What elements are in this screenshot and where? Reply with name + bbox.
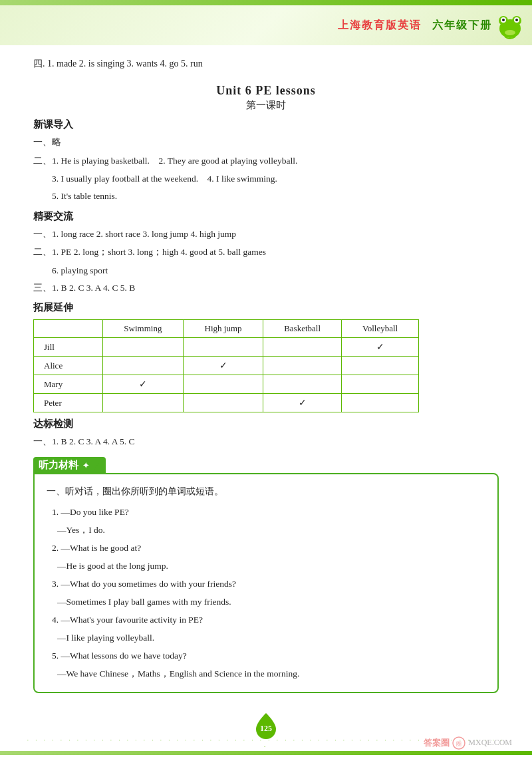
row-alice-name: Alice: [34, 357, 103, 375]
dialog-4-q: 4. —What's your favourite activity in PE…: [52, 611, 485, 629]
row-jill-volleyball: ✓: [342, 338, 419, 357]
watermark-area: 答案圈 圈 MXQE.COM: [424, 736, 512, 750]
table-row: Peter ✓: [34, 394, 419, 412]
dabiaojiance-heading: 达标检测: [33, 418, 499, 430]
row-mary-volleyball: [342, 375, 419, 394]
svg-text:圈: 圈: [456, 741, 462, 747]
row-mary-swimming: ✓: [102, 375, 183, 394]
dialog-4: 4. —What's your favourite activity in PE…: [52, 611, 485, 647]
dialog-1-a: —Yes，I do.: [57, 521, 485, 539]
dabiao-yi-text: 1. B 2. C 3. A 4. A 5. C: [52, 433, 135, 450]
xinkejiaoru-yi: 一、 略: [33, 134, 499, 151]
volume-text: 六年级下册: [432, 19, 492, 31]
footer-center: 125: [0, 718, 532, 734]
row-jill-name: Jill: [34, 338, 103, 357]
xinkejiaoru-heading: 新课导入: [33, 118, 499, 131]
dialog-2-a: —He is good at the long jump.: [57, 557, 485, 575]
listening-star-icon: ✦: [82, 461, 89, 470]
header: 上海教育版英语 六年级下册: [0, 5, 532, 45]
tuozhanyanshen-heading: 拓展延伸: [33, 301, 499, 314]
dialog-1-num-q: 1. —Do you like PE?: [52, 503, 485, 521]
jingyao-san: 三、 1. B 2. C 3. A 4. C 5. B: [33, 279, 499, 297]
er-row2: 二、 1. PE 2. long；short 3. long；high 4. g…: [33, 243, 499, 261]
dialog-5: 5. —What lessons do we have today? —We h…: [52, 647, 485, 683]
brand-text: 上海教育版英语: [338, 19, 422, 31]
watermark-text: 答案圈: [424, 737, 450, 749]
lesson-time: 第一课时: [33, 99, 499, 112]
row-mary-highjump: [184, 375, 263, 394]
header-brand: 上海教育版英语 六年级下册: [331, 19, 492, 33]
jingyao-yi-label: 一、: [33, 226, 52, 243]
er-line1: 1. He is playing basketball. 2. They are…: [52, 152, 297, 170]
yi-text: 略: [52, 134, 61, 151]
row-alice-volleyball: [342, 357, 419, 375]
jingyao-yi: 一、 1. long race 2. short race 3. long ju…: [33, 226, 499, 243]
dabiao-yi-label: 一、: [33, 433, 52, 450]
er-label: 二、: [33, 152, 52, 170]
dialog-1: 1. —Do you like PE? —Yes，I do.: [52, 503, 485, 539]
row-peter-basketball: ✓: [263, 394, 341, 412]
row-peter-highjump: [184, 394, 263, 412]
table-row: Mary ✓: [34, 375, 419, 394]
col-name: [34, 320, 103, 338]
bottom-green-bar: [0, 751, 532, 755]
tingli-section: 听力材料 ✦ 一、听对话，圈出你所听到的单词或短语。 1. —Do you li…: [33, 457, 499, 693]
dialog-2: 2. —What is he good at? —He is good at t…: [52, 539, 485, 575]
tingli-intro: 一、听对话，圈出你所听到的单词或短语。: [47, 482, 485, 500]
table-row: Alice ✓: [34, 357, 419, 375]
dialog-3-q: 3. —What do you sometimes do with your f…: [52, 575, 485, 593]
er-row: 二、 1. He is playing basketball. 2. They …: [33, 152, 499, 170]
jingyaojiaoliu-heading: 精要交流: [33, 210, 499, 223]
row-peter-volleyball: [342, 394, 419, 412]
footer-area: 125 · · · · · · · · · · · · · · · · · · …: [0, 718, 532, 750]
row-alice-swimming: [102, 357, 183, 375]
er-line2: 3. I usually play football at the weeken…: [52, 170, 499, 188]
jingyao-er: 二、 1. PE 2. long；short 3. long；high 4. g…: [33, 243, 499, 279]
er-text2: 6. playing sport: [52, 262, 499, 279]
tingli-heading: 听力材料: [39, 460, 78, 470]
page-number: 125: [260, 724, 272, 734]
section-four: 四. 1. made 2. is singing 3. wants 4. go …: [33, 55, 499, 72]
row-mary-name: Mary: [34, 375, 103, 394]
watermark-logo-icon: 圈: [452, 736, 466, 750]
svg-point-5: [502, 19, 505, 21]
row-peter-name: Peter: [34, 394, 103, 412]
row-alice-basketball: [263, 357, 341, 375]
er-label2: 二、: [33, 243, 52, 261]
row-jill-swimming: [102, 338, 183, 357]
unit-title: Unit 6 PE lessons: [33, 84, 499, 98]
dialog-5-q: 5. —What lessons do we have today?: [52, 647, 485, 665]
er-text: 1. PE 2. long；short 3. long；high 4. good…: [52, 243, 266, 261]
tingli-box: 一、听对话，圈出你所听到的单词或短语。 1. —Do you like PE? …: [33, 473, 499, 693]
er-line3: 5. It's table tennis.: [52, 188, 499, 205]
col-basketball: Basketball: [263, 320, 341, 338]
col-volleyball: Volleyball: [342, 320, 419, 338]
extension-table: Swimming High jump Basketball Volleyball…: [33, 319, 419, 412]
row-alice-highjump: ✓: [184, 357, 263, 375]
site-text: MXQE.COM: [468, 738, 512, 748]
frog-mascot-icon: [495, 9, 525, 42]
col-swimming: Swimming: [102, 320, 183, 338]
dialog-3: 3. —What do you sometimes do with your f…: [52, 575, 485, 611]
row-mary-basketball: [263, 375, 341, 394]
table-row: Jill ✓: [34, 338, 419, 357]
dabiaojiance-yi: 一、 1. B 2. C 3. A 4. A 5. C: [33, 433, 499, 450]
san-label: 三、: [33, 279, 52, 297]
top-green-bar: [0, 0, 532, 5]
row-jill-basketball: [263, 338, 341, 357]
yi-label: 一、: [33, 134, 52, 151]
xinkejiaoru-er: 二、 1. He is playing basketball. 2. They …: [33, 152, 499, 205]
section-four-label: 四.: [33, 59, 47, 69]
row-jill-highjump: [184, 338, 263, 357]
svg-point-7: [505, 30, 515, 35]
row-peter-swimming: [102, 394, 183, 412]
tingli-header: 听力材料 ✦: [33, 457, 106, 474]
dialog-5-a: —We have Chinese，Maths，English and Scien…: [57, 665, 485, 683]
main-content: 四. 1. made 2. is singing 3. wants 4. go …: [0, 45, 532, 713]
dialog-2-q: 2. —What is he good at?: [52, 539, 485, 557]
dialog-3-a: —Sometimes I play ball games with my fri…: [57, 593, 485, 611]
san-text: 1. B 2. C 3. A 4. C 5. B: [52, 279, 135, 297]
section-four-items: 1. made 2. is singing 3. wants 4. go 5. …: [47, 59, 203, 69]
col-highjump: High jump: [184, 320, 263, 338]
jingyao-yi-text: 1. long race 2. short race 3. long jump …: [52, 226, 236, 243]
